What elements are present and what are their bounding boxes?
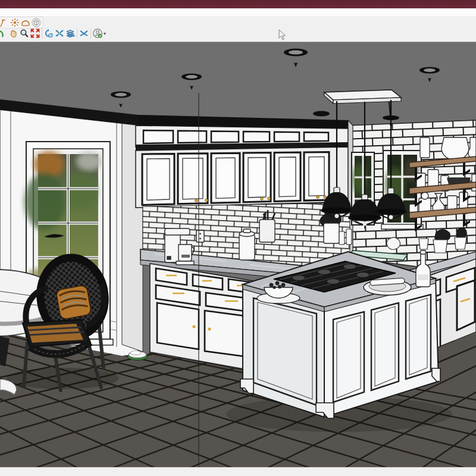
toolbar: ▾ xyxy=(0,16,476,40)
cube-icon[interactable] xyxy=(31,17,42,28)
zoom-extents-icon[interactable] xyxy=(30,28,40,39)
previous-view-icon[interactable] xyxy=(43,28,54,39)
look-around-icon[interactable] xyxy=(79,28,89,39)
position-camera-icon[interactable] xyxy=(54,28,65,39)
mouse-cursor xyxy=(278,29,287,41)
canister xyxy=(239,229,255,260)
pan-hand-icon[interactable] xyxy=(8,28,19,39)
avatar-dropdown-caret[interactable]: ▾ xyxy=(104,31,106,36)
status-bar xyxy=(0,467,476,476)
pet-bowl xyxy=(127,351,148,361)
account-avatar-icon[interactable] xyxy=(92,28,103,39)
back-cushion xyxy=(56,285,92,320)
sun-burst-icon[interactable] xyxy=(10,17,20,28)
dome-icon[interactable] xyxy=(20,17,31,28)
toolbar-row-2: ▾ xyxy=(0,28,108,39)
outlet xyxy=(196,230,204,242)
window-titlebar[interactable] xyxy=(0,0,476,8)
viewport-canvas[interactable] xyxy=(0,42,476,468)
menu-strip[interactable] xyxy=(0,8,476,17)
shadow-lamp-icon[interactable] xyxy=(0,17,10,28)
scenes-icon[interactable] xyxy=(65,28,76,39)
coffee-maker xyxy=(165,228,194,265)
toolbar-row-1 xyxy=(0,17,43,28)
garlic xyxy=(387,237,400,250)
orbit-icon[interactable] xyxy=(0,28,8,39)
zoom-icon[interactable] xyxy=(19,28,30,39)
